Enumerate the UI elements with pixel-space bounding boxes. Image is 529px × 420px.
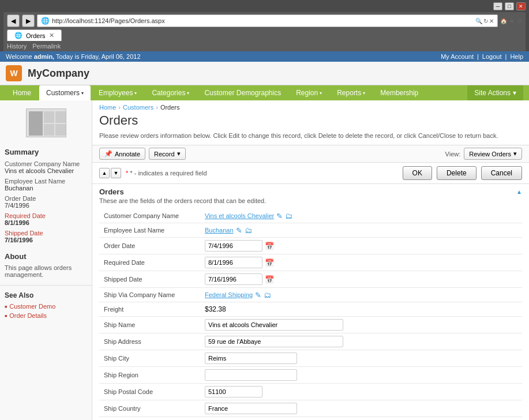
field-value-ship-country [200,400,522,417]
sidebar-value-2: 7/4/1996 [0,202,92,211]
close-url-icon[interactable]: ✕ [489,18,494,24]
nav-region[interactable]: Region ▾ [289,85,329,100]
close-button[interactable]: ✕ [516,2,526,10]
ship-via-lookup-icon[interactable]: 🗂 [264,291,271,299]
my-account-link[interactable]: My Account [441,53,474,60]
down-button[interactable]: ▼ [111,168,121,178]
customer-company-link[interactable]: Vins et alcools Chevalier [205,212,274,219]
welcome-text: Welcome admin, Today is Friday, April 06… [6,53,141,60]
nav-membership[interactable]: Membership [373,85,425,100]
ship-postal-input[interactable] [205,386,262,397]
field-value-required-date: 📅 [200,254,522,271]
reports-dropdown-icon: ▾ [363,91,365,96]
field-value-ship-postal [200,384,522,400]
ship-city-input[interactable] [205,352,297,364]
sidebar: Summary Customer Company Name Vins et al… [0,100,92,420]
field-label-ship-country: Ship Country [99,400,200,417]
about-heading: About [0,250,92,263]
nav-customer-demographics[interactable]: Customer Demographics [197,85,288,100]
delete-button[interactable]: Delete [437,166,477,180]
view-select[interactable]: Review Orders ▾ [464,148,522,160]
see-also-order-details[interactable]: Order Details [0,311,92,320]
ok-button[interactable]: OK [403,166,432,180]
sidebar-label-1: Employee Last Name [0,176,92,185]
logo-bottom-middle [44,124,54,136]
field-value-ship-address [200,333,522,350]
field-label-customer-company: Customer Company Name [99,209,200,223]
logo-bottom-right [55,124,66,136]
table-row: Ship Postal Code [99,384,522,400]
ship-address-input[interactable] [205,336,343,347]
up-button[interactable]: ▲ [99,168,110,178]
order-date-input[interactable] [205,240,262,252]
page-description: Please review orders information below. … [92,130,529,145]
employee-edit-icon[interactable]: ✎ [236,226,242,235]
breadcrumb-sep-2: › [156,104,158,111]
main-content: Home › Customers › Orders Orders Please … [92,100,529,420]
home-icon[interactable]: 🏠 [500,18,507,24]
forward-button[interactable]: ▶ [22,14,35,27]
sidebar-value-1: Buchanan [0,185,92,193]
field-value-order-date: 📅 [200,238,522,254]
shipped-date-calendar-icon[interactable]: 📅 [265,275,274,284]
customers-dropdown-icon: ▾ [81,91,84,96]
section-collapse-icon[interactable]: ▲ [516,189,522,195]
annotate-button[interactable]: 📌 Annotate [99,148,145,160]
form-description: These are the fields of the orders recor… [99,197,522,204]
search-icon[interactable]: 🔍 [475,18,482,24]
shipped-date-input[interactable] [205,273,262,285]
history-link[interactable]: History [7,43,27,50]
maximize-button[interactable]: □ [505,2,514,10]
field-label-shipped-date: Shipped Date [99,271,200,288]
browser-tab[interactable]: 🌐 Orders ✕ [7,29,62,41]
sidebar-value-3: 8/1/1996 [0,219,92,228]
logout-link[interactable]: Logout [482,53,502,60]
required-date-input[interactable] [205,257,262,268]
back-button[interactable]: ◀ [7,14,20,27]
ship-via-link[interactable]: Federal Shipping [205,291,253,298]
summary-heading: Summary [0,145,92,159]
site-actions-arrow: ▾ [513,89,516,97]
nav-employees[interactable]: Employees ▾ [92,85,144,100]
nav-customers[interactable]: Customers ▾ [39,85,91,100]
field-value-ship-city [200,350,522,367]
cancel-button[interactable]: Cancel [481,166,522,180]
breadcrumb-home[interactable]: Home [99,104,116,111]
breadcrumb-customers[interactable]: Customers [123,104,153,111]
tab-title: Orders [26,32,46,39]
required-date-calendar-icon[interactable]: 📅 [265,258,274,267]
freight-value: $32.38 [205,305,226,313]
employee-lookup-icon[interactable]: 🗂 [245,226,252,235]
nav-categories[interactable]: Categories ▾ [145,85,196,100]
permalink-link[interactable]: Permalink [32,43,61,50]
nav-reports[interactable]: Reports ▾ [330,85,372,100]
field-value-freight: $32.38 [200,302,522,317]
star-icon[interactable]: ★ [509,18,515,24]
record-button[interactable]: Record ▾ [149,148,185,160]
ship-country-input[interactable] [205,403,297,414]
customer-company-lookup-icon[interactable]: 🗂 [285,212,292,220]
help-link[interactable]: Help [510,53,523,60]
address-bar[interactable]: 🌐 http://localhost:1124/Pages/Orders.asp… [37,14,498,27]
record-toolbar: 📌 Annotate Record ▾ View: Review Orders … [92,145,529,163]
ship-name-input[interactable] [205,319,343,331]
order-date-calendar-icon[interactable]: 📅 [265,242,274,250]
form-section: Orders ▲ These are the fields of the ord… [92,184,529,420]
employee-link[interactable]: Buchanan [205,227,234,234]
categories-dropdown-icon: ▾ [187,91,189,96]
ship-region-input[interactable] [205,369,297,381]
table-row: Ship Region [99,367,522,384]
ship-via-edit-icon[interactable]: ✎ [255,291,261,299]
customer-company-edit-icon[interactable]: ✎ [276,212,283,220]
tab-close-button[interactable]: ✕ [49,32,54,39]
sidebar-label-0: Customer Company Name [0,159,92,167]
browser-icon: 🌐 [41,17,50,25]
refresh-icon[interactable]: ↻ [483,18,488,24]
minimize-button[interactable]: ─ [493,2,502,10]
settings-icon[interactable]: ⚙ [517,18,522,24]
site-actions-button[interactable]: Site Actions ▾ [467,85,523,100]
see-also-customer-demo[interactable]: Customer Demo [0,302,92,311]
employees-dropdown-icon: ▾ [134,91,137,96]
nav-home[interactable]: Home [6,85,38,100]
field-value-ship-region [200,367,522,384]
